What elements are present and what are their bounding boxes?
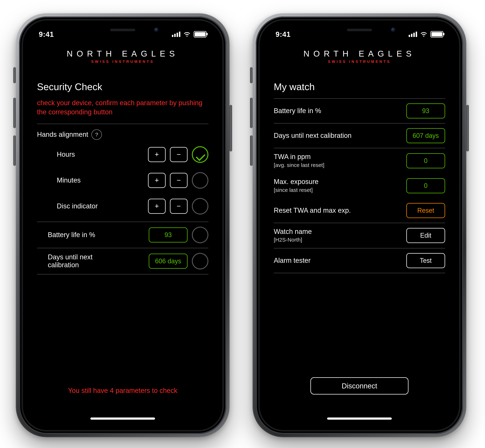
hours-minus-button[interactable]: − <box>170 147 188 162</box>
minutes-plus-button[interactable]: + <box>148 173 166 188</box>
battery-icon <box>430 31 443 38</box>
edit-button[interactable]: Edit <box>406 228 445 243</box>
brand-tagline: SWISS INSTRUMENTS <box>263 60 456 64</box>
disc-plus-button[interactable]: + <box>148 199 166 214</box>
page-title: My watch <box>274 81 445 92</box>
help-icon[interactable]: ? <box>91 129 102 140</box>
side-button <box>250 135 253 166</box>
hours-label: Hours <box>57 151 148 159</box>
battery-confirm-button[interactable] <box>192 227 208 243</box>
side-button <box>13 98 16 128</box>
side-button <box>466 105 469 152</box>
side-button <box>250 67 253 83</box>
brand-name: NORTH EAGLES <box>263 49 456 58</box>
side-button <box>250 98 253 128</box>
cellular-icon <box>409 32 417 37</box>
disc-confirm-button[interactable] <box>192 198 208 215</box>
brand-header: NORTH EAGLES SWISS INSTRUMENTS <box>263 49 456 64</box>
home-indicator[interactable] <box>327 417 392 420</box>
footer-warning: You still have 4 parameters to check <box>37 387 208 394</box>
cellular-icon <box>172 32 180 37</box>
brand-name: NORTH EAGLES <box>26 49 219 58</box>
max-exposure-label: Max. exposure [since last reset] <box>274 178 406 193</box>
hands-alignment-label: Hands alignment <box>37 131 88 139</box>
twa-value: 0 <box>406 153 445 168</box>
reset-label: Reset TWA and max exp. <box>274 207 406 215</box>
battery-life-value: 93 <box>149 227 188 242</box>
phone-frame-right: 9:41 NORTH EAGLES SWISS INSTRUMENTS My w… <box>253 13 466 437</box>
home-indicator[interactable] <box>90 417 155 420</box>
side-button <box>13 135 16 166</box>
disc-minus-button[interactable]: − <box>170 199 188 214</box>
hours-plus-button[interactable]: + <box>148 147 166 162</box>
brand-tagline: SWISS INSTRUMENTS <box>26 60 219 64</box>
reset-button[interactable]: Reset <box>406 203 445 218</box>
wifi-icon <box>420 31 427 38</box>
brand-header: NORTH EAGLES SWISS INSTRUMENTS <box>26 49 219 64</box>
minutes-label: Minutes <box>57 176 148 184</box>
calibration-value: 606 days <box>149 254 188 269</box>
notch <box>311 24 408 37</box>
page-title: Security Check <box>37 81 208 92</box>
twa-label: TWA in ppm [avg. since last reset] <box>274 153 406 168</box>
watch-name-label: Watch name [H2S-North] <box>274 228 406 243</box>
status-time: 9:41 <box>39 30 54 38</box>
battery-life-value: 93 <box>406 103 445 119</box>
phone-frame-left: 9:41 NORTH EAGLES SWISS INSTRUMENTS Secu… <box>16 13 230 437</box>
disc-indicator-label: Disc indicator <box>57 202 148 210</box>
notch <box>74 24 171 37</box>
calibration-label: Days until next calibration <box>48 253 116 269</box>
hours-confirm-button[interactable] <box>192 146 208 163</box>
side-button <box>13 67 16 83</box>
disconnect-button[interactable]: Disconnect <box>310 377 409 394</box>
battery-life-label: Battery life in % <box>274 107 406 115</box>
minutes-minus-button[interactable]: − <box>170 173 188 188</box>
calibration-confirm-button[interactable] <box>192 253 208 269</box>
battery-life-label: Battery life in % <box>48 231 149 239</box>
calibration-label: Days until next calibration <box>274 132 406 140</box>
battery-icon <box>194 31 206 38</box>
test-button[interactable]: Test <box>406 253 445 268</box>
status-time: 9:41 <box>276 30 291 38</box>
wifi-icon <box>184 31 190 38</box>
side-button <box>230 105 232 152</box>
instruction-text: check your device, confirm each paramete… <box>37 98 208 117</box>
alarm-tester-label: Alarm tester <box>274 257 406 264</box>
minutes-confirm-button[interactable] <box>192 172 208 189</box>
max-exposure-value: 0 <box>406 178 445 193</box>
calibration-value: 607 days <box>406 128 445 143</box>
